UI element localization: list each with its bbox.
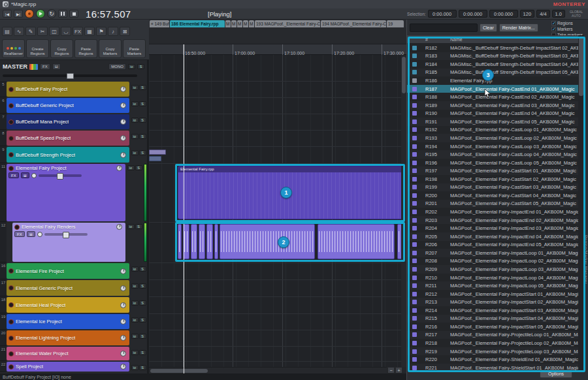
toolbar-action-button[interactable]: Create Regions [26,39,49,58]
master-volume-slider[interactable] [3,73,137,79]
media-item[interactable] [214,224,218,259]
track-name[interactable]: Elemental Heal Project [16,302,65,308]
track-panel-strip[interactable]: Elemental Fairy Project FX ⊞ [7,164,125,221]
region-color-swatch[interactable] [412,267,417,272]
region-color-swatch[interactable] [412,242,417,247]
marker-lane[interactable] [149,27,406,44]
region-row[interactable]: R184 MAGMisc._BuffDebuff Strength-Debuff… [407,60,578,69]
track-io-button[interactable]: io [131,283,139,289]
region-row[interactable]: R211 MAGPoof._Elemental Fairy-ImpactLoop… [407,281,578,290]
region-row[interactable]: R193 MAGPoof._Elemental Fairy-CastLoop 0… [407,134,578,142]
region-row[interactable]: R220 MAGPoof._Elemental Fairy-ShieldEnd … [407,355,578,364]
master-env-button[interactable]: ⊟ [52,63,61,70]
filter-checkbox-row[interactable]: Markers [551,26,583,32]
region-tab[interactable]: 186 Elemental Fairy.rpp [170,20,225,27]
region-tab[interactable]: 19 [387,20,404,27]
region-row[interactable]: R182 MAGMisc._BuffDebuff Strength-Debuff… [407,44,578,52]
playrate-field[interactable]: 1.0 [552,10,565,18]
region-row[interactable]: R188 MAGPoof._Elemental Fairy-CastEnd 02… [407,93,578,101]
track-io-button[interactable]: io [131,134,139,139]
global-automation-label[interactable]: GLOBAL AUTO [567,10,585,18]
region-color-swatch[interactable] [412,226,417,230]
region-row[interactable]: R202 MAGPoof._Elemental Fairy-ImpactEnd … [407,208,578,216]
record-arm-button[interactable] [8,152,14,157]
pan-knob[interactable] [120,335,126,341]
fx-chain-icon[interactable]: FX [73,27,83,36]
region-row[interactable]: R197 MAGPoof._Elemental Fairy-CastStart … [407,166,578,175]
bpm-field[interactable]: 120 [520,10,535,18]
go-to-start-button[interactable]: |◀ [3,10,12,18]
time-display[interactable]: 16:57.507 [86,8,131,20]
region-row[interactable]: R207 MAGPoof._Elemental Fairy-ImpactLoop… [407,249,578,257]
media-item[interactable] [199,224,205,259]
track-name[interactable]: BuffDebuff Generic Project [16,103,74,108]
docker-icon[interactable]: ▤ [2,27,12,36]
checkbox[interactable] [551,27,556,31]
pan-knob[interactable] [120,86,126,92]
region-color-swatch[interactable] [412,193,417,198]
track-solo-button[interactable]: S [139,266,146,272]
region-color-swatch[interactable] [412,357,417,362]
record-arm-button[interactable] [8,302,14,308]
region-row[interactable]: R198 MAGPoof._Elemental Fairy-CastStart … [407,175,578,183]
track-panel-strip[interactable]: Elemental Ice Project FX ⊞ [7,314,129,329]
selection-length-field[interactable]: 0:00.000 [489,10,518,18]
pencil-icon[interactable]: ✎ [25,27,36,36]
play-button[interactable] [36,9,45,18]
track-io-button[interactable]: io [131,85,139,90]
region-row[interactable]: R199 MAGPoof._Elemental Fairy-CastStart … [407,183,578,192]
pan-knob[interactable] [120,302,126,308]
region-color-swatch[interactable] [412,127,417,132]
track-name[interactable]: BuffDebuff Speed Project [16,135,71,141]
track-io-button[interactable]: io [131,365,139,370]
pan-knob[interactable] [116,165,122,171]
track-io-button[interactable]: io [131,150,139,155]
grid-lines-icon[interactable]: ▦ [84,27,95,36]
region-color-swatch[interactable] [412,54,417,58]
region-tab[interactable]: M [237,20,242,27]
track-name[interactable]: BuffDebuff Strength Project [16,152,75,158]
media-item[interactable] [191,224,197,259]
track-solo-button[interactable]: S [139,85,146,90]
track-name[interactable]: Elemental Fairy Project [16,165,67,171]
track-io-button[interactable]: io [131,334,139,339]
media-item[interactable] [149,156,161,161]
record-arm-button[interactable] [8,336,14,341]
track-name[interactable]: Spell Project [16,364,43,370]
track-env-button[interactable]: ⊞ [21,172,29,178]
region-color-swatch[interactable] [412,325,417,329]
track-width-knob[interactable] [31,173,37,178]
region-row[interactable]: R196 MAGPoof._Elemental Fairy-CastLoop 0… [407,159,578,167]
region-tab[interactable]: 193 MAGPoof._Elemental Fairy-CastEnd [255,20,320,27]
region-row[interactable]: R215 MAGPoof._Elemental Fairy-ImpactStar… [407,315,578,323]
pan-knob[interactable] [120,152,126,158]
region-row[interactable]: R205 MAGPoof._Elemental Fairy-ImpactEnd … [407,232,578,241]
track-panel-strip[interactable]: Spell Project FX ⊞ [7,362,129,372]
media-item[interactable] [149,150,166,155]
track-io-button[interactable]: io [131,350,139,355]
record-button[interactable] [25,9,34,18]
razor-icon[interactable]: ✂ [37,27,48,36]
master-fx-button[interactable]: FX [40,63,50,70]
record-arm-button[interactable] [8,364,14,370]
region-tab[interactable]: 194 MAGPoof._Elemental Fairy-CastLoop [321,20,386,27]
render-matrix-button[interactable]: Render Matrix... [499,24,538,32]
track-io-button[interactable]: io [127,224,135,229]
track-panel-strip[interactable]: BuffDebuff Strength Project FX ⊞ [7,147,129,163]
region-color-swatch[interactable] [412,316,417,321]
track-solo-button[interactable]: S [135,165,142,170]
region-row[interactable]: R214 MAGPoof._Elemental Fairy-ImpactStar… [407,306,578,315]
filter-checkbox-row[interactable]: Regions [551,20,583,26]
region-row[interactable]: R190 MAGPoof._Elemental Fairy-CastEnd 04… [407,110,578,118]
scrollbar-handle[interactable] [402,57,406,93]
region-tab[interactable]: M [231,20,237,27]
region-color-swatch[interactable] [412,366,417,370]
master-io-button[interactable]: io [128,64,135,69]
theme-color-icon[interactable] [29,64,38,70]
horizontal-scrollbar[interactable] [149,367,387,373]
region-row[interactable]: R192 MAGPoof._Elemental Fairy-CastLoop 0… [407,126,578,135]
id-column-header[interactable]: # [425,37,450,42]
region-color-swatch[interactable] [412,78,417,83]
region-color-swatch[interactable] [412,276,417,280]
region-row[interactable]: R212 MAGPoof._Elemental Fairy-ImpactStar… [407,290,578,298]
